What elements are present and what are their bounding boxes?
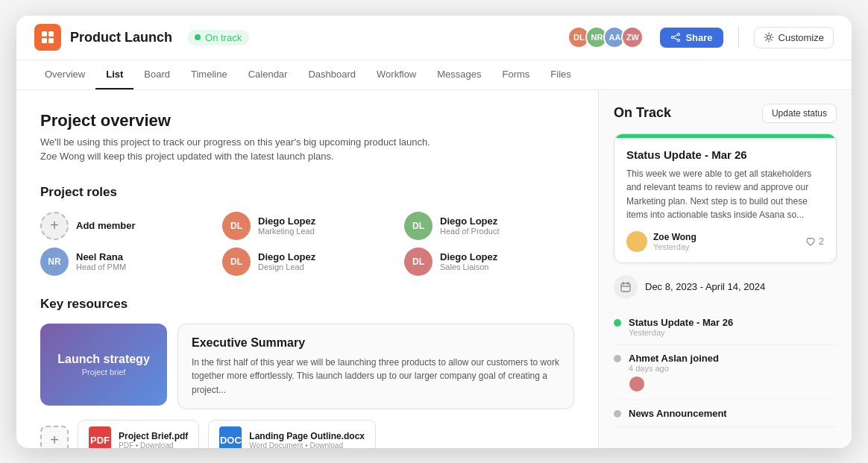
tab-files[interactable]: Files xyxy=(540,60,581,89)
roles-grid: + Add member DL Diego Lopez Marketing Le… xyxy=(40,212,574,276)
tab-timeline[interactable]: Timeline xyxy=(180,60,238,89)
role-name: Diego Lopez xyxy=(440,251,497,262)
role-name: Neel Rana xyxy=(76,251,126,262)
timeline-row: Dec 8, 2023 - April 14, 2024 xyxy=(614,275,837,299)
header: Product Launch On track DL NR AA ZW Shar… xyxy=(16,16,852,60)
role-avatar: DL xyxy=(404,248,433,276)
overview-desc-line2: Zoe Wong will keep this project updated … xyxy=(40,149,574,164)
executive-summary-card[interactable]: Executive Summary In the first half of t… xyxy=(177,324,574,410)
like-button[interactable]: 2 xyxy=(805,236,824,247)
timeline-label: Dec 8, 2023 - April 14, 2024 xyxy=(645,281,765,292)
resources-title: Key resources xyxy=(40,297,574,312)
activity-dot-green xyxy=(614,319,621,327)
activity-dot-gray xyxy=(614,355,621,362)
on-track-dot xyxy=(195,34,201,40)
overview-title: Project overview xyxy=(40,111,574,130)
svg-rect-10 xyxy=(621,283,630,292)
project-title: Product Launch xyxy=(70,30,172,45)
file-meta-pdf: PDF • Download xyxy=(119,441,188,448)
status-card-text: This week we were able to get all stakeh… xyxy=(626,167,824,222)
tab-workflow[interactable]: Workflow xyxy=(366,60,427,89)
role-name: Diego Lopez xyxy=(258,251,315,262)
status-card-body: Status Update - Mar 26 This week we were… xyxy=(614,138,836,262)
share-button[interactable]: Share xyxy=(660,28,723,48)
overview-desc: We'll be using this project to track our… xyxy=(40,135,574,164)
launch-card-title: Launch strategy xyxy=(57,353,150,366)
role-title: Design Lead xyxy=(258,262,315,271)
svg-line-8 xyxy=(674,38,678,40)
main-content: Project overview We'll be using this pro… xyxy=(16,90,598,448)
tab-list[interactable]: List xyxy=(95,60,133,89)
like-count: 2 xyxy=(819,236,824,247)
activity-avatars xyxy=(629,376,719,392)
activity-title: Status Update - Mar 26 xyxy=(629,317,733,328)
role-title: Head of PMM xyxy=(76,262,126,271)
panel-header: On Track Update status xyxy=(614,104,837,123)
update-status-button[interactable]: Update status xyxy=(762,104,837,123)
status-card-footer: Zoe Wong Yesterday 2 xyxy=(626,231,824,252)
activity-item-status: Status Update - Mar 26 Yesterday xyxy=(614,309,837,345)
file-card-pdf[interactable]: PDF Project Brief.pdf PDF • Download xyxy=(78,420,199,447)
status-author-avatar xyxy=(626,231,647,252)
svg-rect-2 xyxy=(42,38,47,43)
roles-title: Project roles xyxy=(40,185,574,200)
role-avatar: DL xyxy=(222,248,251,276)
app-logo xyxy=(34,24,61,51)
role-item: DL Diego Lopez Design Lead xyxy=(222,248,392,276)
resources-row: Launch strategy Project brief Executive … xyxy=(40,324,574,410)
role-name: Diego Lopez xyxy=(440,215,500,227)
status-card-title: Status Update - Mar 26 xyxy=(626,148,824,161)
file-name-pdf: Project Brief.pdf xyxy=(119,431,188,441)
role-item: DL Diego Lopez Marketing Lead xyxy=(222,212,392,240)
header-avatars: DL NR AA ZW xyxy=(567,26,644,48)
nav-tabs: Overview List Board Timeline Calendar Da… xyxy=(16,60,852,90)
launch-card-sub: Project brief xyxy=(82,368,126,377)
activity-time: 4 days ago xyxy=(629,364,719,373)
role-item: NR Neel Rana Head of PMM xyxy=(40,248,210,276)
word-icon: DOC xyxy=(219,426,242,447)
activity-avatar xyxy=(629,376,645,392)
file-meta-word: Word Document • Download xyxy=(249,441,365,448)
tab-forms[interactable]: Forms xyxy=(492,60,541,89)
svg-point-5 xyxy=(672,37,674,39)
activity-item-joined: Ahmet Aslan joined 4 days ago xyxy=(614,345,837,400)
activity-title: Ahmet Aslan joined xyxy=(629,353,719,364)
header-divider xyxy=(738,26,739,48)
pdf-icon: PDF xyxy=(89,426,111,447)
timeline-icon xyxy=(614,275,638,299)
svg-point-4 xyxy=(678,34,680,36)
role-avatar: DL xyxy=(222,212,251,240)
svg-line-7 xyxy=(674,35,678,37)
add-member-name: Add member xyxy=(76,220,135,231)
launch-strategy-card[interactable]: Launch strategy Project brief xyxy=(40,324,167,406)
activity-dot-gray2 xyxy=(614,410,621,418)
tab-messages[interactable]: Messages xyxy=(427,60,491,89)
add-member-avatar: + xyxy=(40,212,69,240)
tab-dashboard[interactable]: Dashboard xyxy=(298,60,366,89)
share-label: Share xyxy=(685,32,712,43)
status-author-time: Yesterday xyxy=(653,242,696,251)
files-row: + PDF Project Brief.pdf PDF • Download D… xyxy=(40,420,574,447)
svg-rect-3 xyxy=(48,38,54,43)
customize-button[interactable]: Customize xyxy=(754,27,834,48)
activity-item-news: News Announcement xyxy=(614,400,837,427)
role-add-member[interactable]: + Add member xyxy=(40,212,210,240)
add-file-button[interactable]: + xyxy=(40,426,69,447)
overview-desc-line1: We'll be using this project to track our… xyxy=(40,135,574,150)
svg-rect-0 xyxy=(42,31,47,37)
tab-board[interactable]: Board xyxy=(133,60,180,89)
role-title: Sales Liaison xyxy=(440,262,497,271)
role-item: DL Diego Lopez Sales Liaison xyxy=(404,248,574,276)
status-card: Status Update - Mar 26 This week we were… xyxy=(614,133,837,263)
body: Project overview We'll be using this pro… xyxy=(16,90,852,448)
file-card-word[interactable]: DOC Landing Page Outline.docx Word Docum… xyxy=(208,420,376,447)
customize-label: Customize xyxy=(779,32,824,43)
tab-overview[interactable]: Overview xyxy=(34,60,95,89)
file-name-word: Landing Page Outline.docx xyxy=(249,431,365,441)
tab-calendar[interactable]: Calendar xyxy=(238,60,298,89)
panel-title: On Track xyxy=(614,105,671,121)
role-title: Head of Product xyxy=(440,227,500,236)
avatar: ZW xyxy=(621,26,644,48)
activity-time: Yesterday xyxy=(629,328,733,337)
activity-title-news: News Announcement xyxy=(629,408,727,419)
